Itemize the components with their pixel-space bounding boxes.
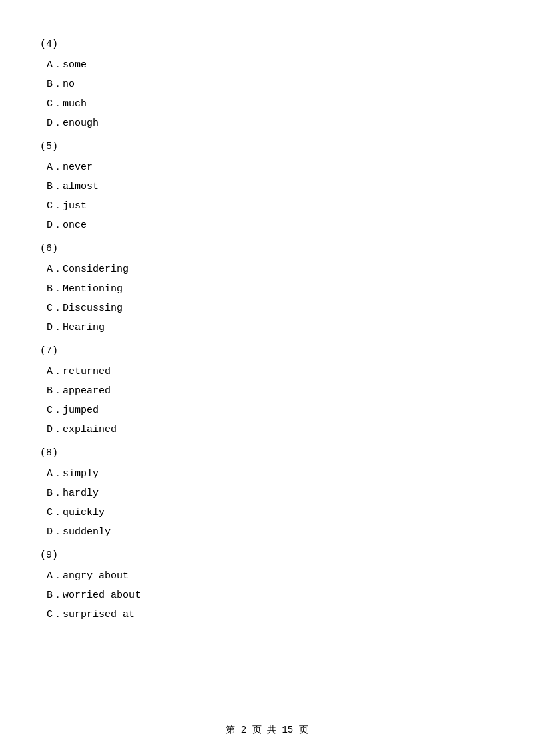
question-number-3: (7) [40,345,494,357]
question-2-option-3: D．Hearing [40,321,494,333]
question-5-option-1: B．worried about [40,588,494,601]
question-1-option-0: A．never [40,160,494,173]
question-4-option-1: B．hardly [40,486,494,499]
page-footer: 第 2 页 共 15 页 [0,724,534,736]
question-number-1: (5) [40,141,494,152]
question-1-option-2: C．just [40,199,494,212]
question-0-option-0: A．some [40,58,494,71]
question-0-option-3: D．enough [40,116,494,129]
question-2-option-0: A．Considering [40,262,494,275]
question-4-option-2: C．quickly [40,506,494,518]
question-4-option-3: D．suddenly [40,525,494,538]
question-0-option-1: B．no [40,77,494,90]
question-3-option-1: B．appeared [40,384,494,397]
question-3-option-0: A．returned [40,365,494,377]
question-2-option-1: B．Mentioning [40,282,494,295]
question-5-option-0: A．angry about [40,569,494,582]
question-0-option-2: C．much [40,97,494,110]
question-3-option-2: C．jumped [40,403,494,416]
question-5-option-2: C．surprised at [40,608,494,620]
page-content: (4)A．someB．noC．muchD．enough(5)A．neverB．a… [0,0,534,667]
question-1-option-3: D．once [40,218,494,231]
question-number-4: (8) [40,447,494,459]
question-4-option-0: A．simply [40,467,494,480]
question-3-option-3: D．explained [40,423,494,435]
footer-text: 第 2 页 共 15 页 [226,725,308,735]
question-number-0: (4) [40,39,494,50]
question-2-option-2: C．Discussing [40,301,494,314]
question-number-5: (9) [40,550,494,561]
question-1-option-1: B．almost [40,180,494,192]
question-number-2: (6) [40,243,494,254]
